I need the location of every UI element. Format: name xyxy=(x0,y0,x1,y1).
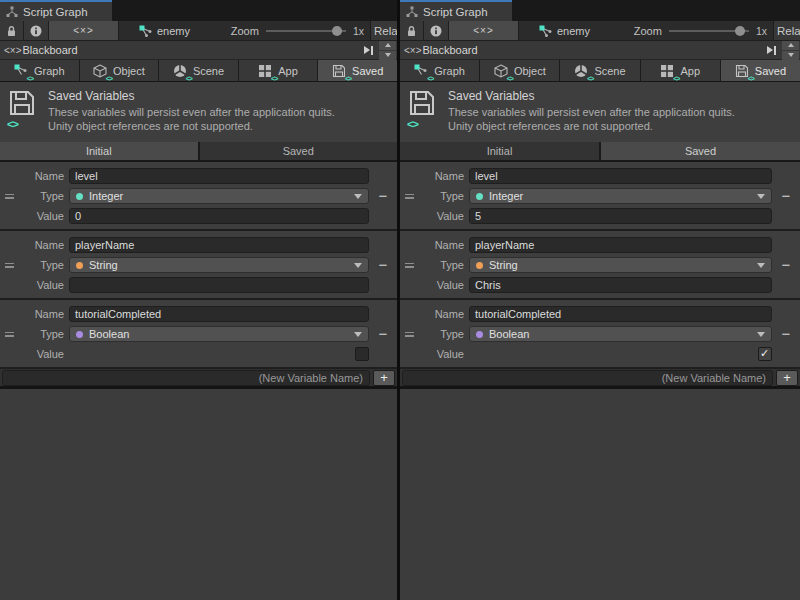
remove-variable-button[interactable]: − xyxy=(379,258,388,272)
variable-row: Name level Type Integer Va xyxy=(400,162,800,231)
dock-icon[interactable] xyxy=(364,46,373,55)
add-variable-button[interactable]: + xyxy=(776,370,798,386)
tab-app[interactable]: <> App xyxy=(641,60,720,81)
tab-saved-values[interactable]: Saved xyxy=(200,142,398,160)
code-badge-icon: <> xyxy=(427,75,433,82)
boolean-checkbox[interactable] xyxy=(355,347,369,361)
type-dropdown[interactable]: Boolean xyxy=(469,326,772,342)
graph-reference[interactable]: enemy xyxy=(139,21,190,40)
tab-saved[interactable]: <> Saved xyxy=(318,60,397,81)
zoom-slider[interactable] xyxy=(669,25,749,37)
zoom-slider-thumb[interactable] xyxy=(735,26,745,36)
relations-button[interactable]: Rela xyxy=(370,21,397,40)
drag-handle-icon[interactable] xyxy=(0,235,18,295)
boolean-checkbox[interactable] xyxy=(758,347,772,361)
variables-list: Name level Type Integer Va xyxy=(0,162,397,369)
tab-script-graph[interactable]: Script Graph xyxy=(0,0,112,21)
zoom-slider-thumb[interactable] xyxy=(332,26,342,36)
info-button[interactable] xyxy=(424,21,449,40)
variables-toggle-button[interactable]: <×> xyxy=(449,21,519,40)
type-dropdown[interactable]: Integer xyxy=(469,188,772,204)
tab-saved-values[interactable]: Saved xyxy=(601,142,800,160)
scroll-down-button[interactable] xyxy=(782,51,799,60)
scene-unity-icon: <> xyxy=(173,64,188,78)
tab-initial[interactable]: Initial xyxy=(0,142,198,160)
tab-app[interactable]: <> App xyxy=(239,60,318,81)
variable-name-input[interactable]: level xyxy=(469,168,772,184)
zoom-slider[interactable] xyxy=(266,25,346,37)
variable-name-input[interactable]: playerName xyxy=(469,237,772,253)
value-label: Value xyxy=(418,210,464,222)
drag-handle-icon[interactable] xyxy=(0,304,18,364)
type-color-dot xyxy=(76,193,83,200)
tab-object[interactable]: <> Object xyxy=(480,60,559,81)
new-variable-input[interactable]: (New Variable Name) xyxy=(2,370,370,386)
remove-variable-button[interactable]: − xyxy=(782,327,791,341)
dock-icon[interactable] xyxy=(767,46,776,55)
lock-button[interactable] xyxy=(400,21,424,40)
saved-variables-helpbox: <> Saved Variables These variables will … xyxy=(400,82,800,142)
tab-graph[interactable]: <> Graph xyxy=(0,60,79,81)
scroll-up-button[interactable] xyxy=(782,41,799,50)
drag-handle-icon[interactable] xyxy=(400,166,418,226)
chevron-down-icon xyxy=(354,194,362,199)
variable-value-input[interactable] xyxy=(69,277,369,293)
type-value: Integer xyxy=(89,190,354,202)
relations-button[interactable]: Rela xyxy=(773,21,800,40)
tab-label: Saved xyxy=(352,65,383,77)
new-variable-input[interactable]: (New Variable Name) xyxy=(402,370,773,386)
drag-handle-icon[interactable] xyxy=(0,166,18,226)
variable-name-input[interactable]: level xyxy=(69,168,369,184)
zoom-label: Zoom xyxy=(231,25,259,37)
drag-handle-icon[interactable] xyxy=(400,304,418,364)
type-dropdown[interactable]: String xyxy=(69,257,369,273)
info-button[interactable] xyxy=(24,21,49,40)
variable-value-input[interactable]: Chris xyxy=(469,277,772,293)
code-badge-icon: <> xyxy=(673,75,679,82)
graph-reference[interactable]: enemy xyxy=(539,21,590,40)
code-badge-icon: <> xyxy=(748,75,754,82)
type-dropdown[interactable]: Integer xyxy=(69,188,369,204)
initial-saved-tabs: Initial Saved xyxy=(400,142,800,162)
variable-name-input[interactable]: tutorialCompleted xyxy=(469,306,772,322)
variable-name-input[interactable]: playerName xyxy=(69,237,369,253)
zoom-label: Zoom xyxy=(634,25,662,37)
tab-script-graph[interactable]: Script Graph xyxy=(400,0,512,21)
blackboard-header: <×> Blackboard xyxy=(400,41,800,60)
variables-toggle-button[interactable]: <×> xyxy=(49,21,119,40)
variable-value-input[interactable]: 0 xyxy=(69,208,369,224)
drag-handle-icon[interactable] xyxy=(400,235,418,295)
code-badge-icon: <> xyxy=(587,75,593,82)
app-grid-icon: <> xyxy=(660,64,675,78)
value-label: Value xyxy=(18,210,64,222)
tab-object[interactable]: <> Object xyxy=(80,60,159,81)
variable-row: Name tutorialCompleted Type Boolean xyxy=(0,300,397,369)
floppy-disk-icon: <> xyxy=(735,64,750,78)
tab-graph[interactable]: <> Graph xyxy=(400,60,479,81)
script-graph-icon xyxy=(406,6,418,18)
value-label: Value xyxy=(18,348,64,360)
type-dropdown[interactable]: Boolean xyxy=(69,326,369,342)
tab-label: Object xyxy=(113,65,145,77)
remove-variable-button[interactable]: − xyxy=(379,327,388,341)
window-tab-bar: Script Graph xyxy=(400,0,800,21)
variable-value-input[interactable]: 5 xyxy=(469,208,772,224)
type-label: Type xyxy=(18,328,64,340)
remove-variable-button[interactable]: − xyxy=(782,189,791,203)
scroll-up-button[interactable] xyxy=(379,41,396,50)
variable-name-input[interactable]: tutorialCompleted xyxy=(69,306,369,322)
remove-variable-button[interactable]: − xyxy=(379,189,388,203)
lock-button[interactable] xyxy=(0,21,24,40)
tab-saved[interactable]: <> Saved xyxy=(721,60,800,81)
remove-variable-button[interactable]: − xyxy=(782,258,791,272)
scroll-down-button[interactable] xyxy=(379,51,396,60)
zoom-value: 1x xyxy=(353,25,364,37)
tab-scene[interactable]: <> Scene xyxy=(159,60,238,81)
add-variable-button[interactable]: + xyxy=(373,370,395,386)
tab-label: Scene xyxy=(594,65,625,77)
tab-scene[interactable]: <> Scene xyxy=(560,60,639,81)
tab-label: Scene xyxy=(193,65,224,77)
tab-initial[interactable]: Initial xyxy=(400,142,599,160)
type-dropdown[interactable]: String xyxy=(469,257,772,273)
variable-row: Name playerName Type String xyxy=(400,231,800,300)
